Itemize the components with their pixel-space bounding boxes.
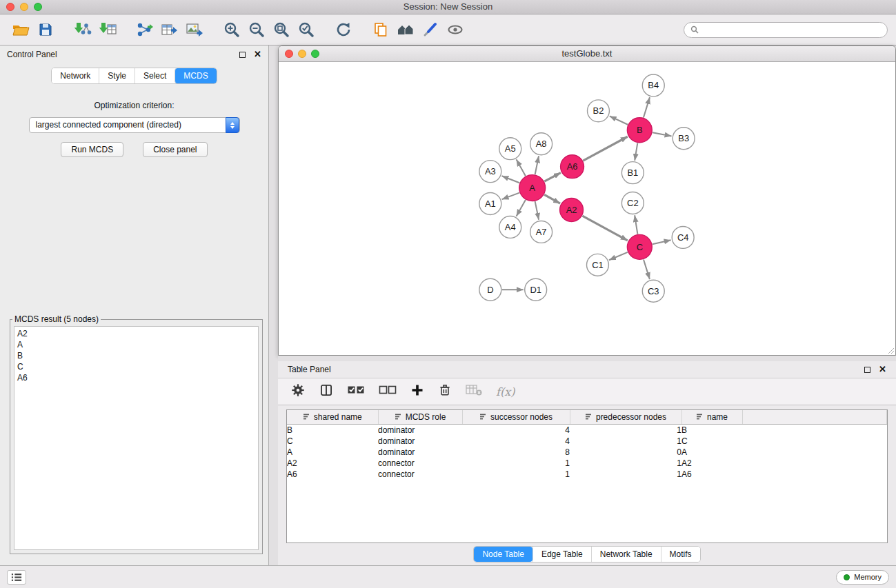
network-close-button[interactable] bbox=[285, 50, 293, 58]
column-header-shared-name[interactable]: shared name bbox=[287, 410, 378, 424]
cell[interactable]: A2 bbox=[681, 458, 742, 469]
export-image-icon[interactable] bbox=[182, 17, 207, 42]
resize-grip-icon[interactable] bbox=[886, 346, 895, 354]
cell[interactable]: A bbox=[681, 447, 742, 458]
dropdown-stepper-icon[interactable] bbox=[226, 117, 239, 133]
cell[interactable]: dominator bbox=[378, 436, 462, 447]
edge-C-C2[interactable] bbox=[635, 215, 637, 234]
home-icon[interactable] bbox=[393, 17, 418, 42]
close-panel-icon[interactable]: ✕ bbox=[254, 51, 261, 58]
unselect-all-columns-icon[interactable] bbox=[379, 384, 397, 399]
cell[interactable]: 1 bbox=[570, 469, 681, 480]
create-column-plus-icon[interactable] bbox=[410, 383, 424, 400]
cell[interactable]: dominator bbox=[378, 447, 462, 458]
save-session-icon[interactable] bbox=[33, 17, 58, 42]
node-B2[interactable]: B2 bbox=[587, 100, 609, 122]
zoom-in-icon[interactable] bbox=[219, 17, 244, 42]
node-C2[interactable]: C2 bbox=[621, 192, 644, 214]
zoom-selected-icon[interactable] bbox=[294, 17, 319, 42]
table-row[interactable]: Adominator80A bbox=[287, 447, 887, 458]
node-A3[interactable]: A3 bbox=[479, 161, 501, 183]
select-all-columns-icon[interactable] bbox=[347, 384, 365, 399]
edge-A-A3[interactable] bbox=[502, 176, 520, 183]
show-panels-icon[interactable] bbox=[7, 570, 26, 585]
function-builder-icon[interactable]: f(x) bbox=[496, 385, 515, 398]
vertical-splitter[interactable] bbox=[269, 45, 278, 565]
export-network-icon[interactable] bbox=[132, 17, 157, 42]
cell[interactable]: connector bbox=[378, 458, 462, 469]
run-mcds-button[interactable]: Run MCDS bbox=[61, 142, 123, 157]
tab-mcds[interactable]: MCDS bbox=[175, 68, 216, 83]
node-A5[interactable]: A5 bbox=[499, 138, 521, 160]
cell[interactable]: 1 bbox=[462, 469, 570, 480]
table-row[interactable]: Cdominator41C bbox=[287, 436, 887, 447]
network-canvas[interactable]: B4B2BB3A8A5A6A3B1AC2A1A2A4A7C4CC1C3DD1 bbox=[279, 62, 895, 355]
tab-network-table[interactable]: Network Table bbox=[591, 547, 661, 562]
node-A6[interactable]: A6 bbox=[561, 155, 584, 179]
edge-B-B4[interactable] bbox=[644, 97, 650, 118]
edge-A-A2[interactable] bbox=[544, 194, 560, 203]
node-B1[interactable]: B1 bbox=[621, 162, 644, 184]
node-A7[interactable]: A7 bbox=[530, 221, 552, 243]
cell[interactable]: connector bbox=[378, 469, 462, 480]
tab-node-table[interactable]: Node Table bbox=[474, 547, 532, 562]
export-table-icon[interactable] bbox=[157, 17, 182, 42]
cell[interactable]: 1 bbox=[570, 458, 681, 469]
cell[interactable]: B bbox=[681, 424, 742, 436]
delete-column-trash-icon[interactable] bbox=[438, 383, 452, 400]
node-D1[interactable]: D1 bbox=[525, 278, 547, 301]
node-C3[interactable]: C3 bbox=[642, 280, 664, 302]
style-brush-icon[interactable] bbox=[418, 17, 443, 42]
node-C[interactable]: C bbox=[627, 234, 652, 259]
cell[interactable]: A2 bbox=[287, 458, 378, 469]
node-B[interactable]: B bbox=[627, 118, 652, 143]
close-table-panel-icon[interactable]: ✕ bbox=[879, 366, 886, 373]
memory-button[interactable]: Memory bbox=[836, 570, 889, 585]
import-network-file-icon[interactable] bbox=[70, 17, 95, 42]
table-settings-gear-icon[interactable] bbox=[290, 383, 306, 401]
search-field[interactable] bbox=[684, 22, 888, 38]
table-row[interactable]: A6connector11A6 bbox=[287, 469, 887, 480]
mcds-result-item[interactable]: A2 bbox=[17, 328, 255, 339]
show-columns-icon[interactable] bbox=[319, 383, 333, 400]
cell[interactable]: 0 bbox=[570, 447, 681, 458]
apply-layout-icon[interactable] bbox=[331, 17, 356, 42]
duplicate-network-icon[interactable] bbox=[368, 17, 393, 42]
horizontal-splitter[interactable] bbox=[278, 356, 896, 361]
open-session-icon[interactable] bbox=[8, 17, 33, 42]
close-panel-button[interactable]: Close panel bbox=[143, 142, 207, 157]
show-hide-eye-icon[interactable] bbox=[443, 17, 468, 42]
delete-table-icon[interactable] bbox=[466, 384, 482, 399]
column-header-name[interactable]: name bbox=[681, 410, 742, 424]
edge-A-A4[interactable] bbox=[517, 200, 526, 216]
tab-edge-table[interactable]: Edge Table bbox=[532, 547, 591, 562]
node-A[interactable]: A bbox=[519, 175, 546, 201]
tab-style[interactable]: Style bbox=[99, 68, 135, 83]
column-header-MCDS-role[interactable]: MCDS role bbox=[378, 410, 462, 424]
cell[interactable]: A6 bbox=[681, 469, 742, 480]
edge-A2-C[interactable] bbox=[582, 216, 627, 241]
criterion-dropdown[interactable]: largest connected component (directed) bbox=[29, 117, 240, 133]
cell[interactable]: C bbox=[287, 436, 378, 447]
mcds-result-list[interactable]: A2ABCA6 bbox=[14, 326, 259, 550]
tab-network[interactable]: Network bbox=[52, 68, 99, 83]
cell[interactable]: 4 bbox=[462, 436, 570, 447]
cell[interactable]: dominator bbox=[378, 424, 462, 436]
table-row[interactable]: Bdominator41B bbox=[287, 424, 887, 436]
table-row[interactable]: A2connector11A2 bbox=[287, 458, 887, 469]
edge-C-C4[interactable] bbox=[653, 240, 671, 244]
node-D[interactable]: D bbox=[479, 278, 501, 301]
edge-B-B2[interactable] bbox=[610, 116, 628, 124]
mcds-result-item[interactable]: A bbox=[17, 339, 255, 350]
edge-A-A6[interactable] bbox=[544, 173, 561, 182]
node-C4[interactable]: C4 bbox=[672, 226, 694, 248]
node-A1[interactable]: A1 bbox=[479, 193, 501, 215]
cell[interactable]: B bbox=[287, 424, 378, 436]
cell[interactable]: 4 bbox=[462, 424, 570, 436]
zoom-window-button[interactable] bbox=[34, 3, 42, 11]
network-window-titlebar[interactable]: testGlobe.txt bbox=[279, 46, 895, 62]
node-A8[interactable]: A8 bbox=[530, 133, 552, 155]
column-header-successor-nodes[interactable]: successor nodes bbox=[462, 410, 570, 424]
zoom-fit-icon[interactable] bbox=[269, 17, 294, 42]
node-B4[interactable]: B4 bbox=[642, 74, 664, 97]
